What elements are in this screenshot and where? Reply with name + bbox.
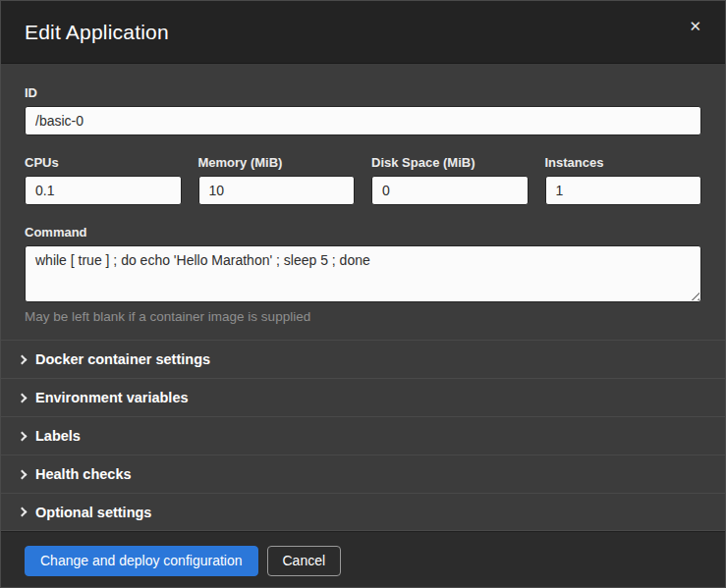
section-label: Health checks [35,466,132,482]
instances-label: Instances [545,155,702,170]
modal-footer: Change and deploy configuration Cancel [1,531,725,588]
disk-space-field-group: Disk Space (MiB) [371,155,529,205]
cpus-field-group: CPUs [25,155,182,205]
command-textarea-wrap: while [ true ] ; do echo 'Hello Marathon… [25,245,701,302]
instances-field-group: Instances [545,155,702,205]
deploy-button[interactable]: Change and deploy configuration [25,546,258,576]
command-field-group: Command while [ true ] ; do echo 'Hello … [25,225,701,340]
command-help-text: May be left blank if a container image i… [25,309,701,324]
collapsible-sections: Docker container settings Environment va… [1,340,725,531]
instances-input[interactable] [545,176,702,205]
modal-body: ID CPUs Memory (MiB) Disk Space (MiB) In… [1,64,725,531]
section-optional-settings[interactable]: Optional settings [1,493,725,531]
disk-space-input[interactable] [371,176,529,205]
section-labels[interactable]: Labels [1,416,725,454]
section-docker-container-settings[interactable]: Docker container settings [1,340,725,378]
command-textarea[interactable]: while [ true ] ; do echo 'Hello Marathon… [25,245,701,302]
cancel-button[interactable]: Cancel [267,546,342,576]
chevron-right-icon [18,508,28,517]
section-label: Docker container settings [35,351,210,367]
section-environment-variables[interactable]: Environment variables [1,378,725,416]
id-field-group: ID [25,85,701,135]
section-label: Optional settings [35,505,151,520]
chevron-right-icon [18,393,28,402]
memory-label: Memory (MiB) [198,155,356,170]
resource-fields-row: CPUs Memory (MiB) Disk Space (MiB) Insta… [25,155,701,205]
edit-application-modal: Edit Application ✕ ID CPUs Memory (MiB) … [0,0,726,588]
memory-field-group: Memory (MiB) [198,155,356,205]
id-input[interactable] [25,106,701,135]
disk-space-label: Disk Space (MiB) [371,155,529,170]
memory-input[interactable] [198,176,356,205]
chevron-right-icon [18,469,28,479]
modal-title: Edit Application [25,21,169,44]
cpus-input[interactable] [25,176,182,205]
modal-header: Edit Application ✕ [1,1,725,64]
cpus-label: CPUs [25,155,182,170]
section-label: Environment variables [35,390,189,405]
close-button[interactable]: ✕ [685,15,705,37]
chevron-right-icon [18,354,28,364]
id-label: ID [25,85,701,100]
close-icon: ✕ [689,18,701,34]
chevron-right-icon [18,431,28,441]
section-label: Labels [35,428,81,444]
section-health-checks[interactable]: Health checks [1,454,725,493]
command-label: Command [25,225,701,240]
